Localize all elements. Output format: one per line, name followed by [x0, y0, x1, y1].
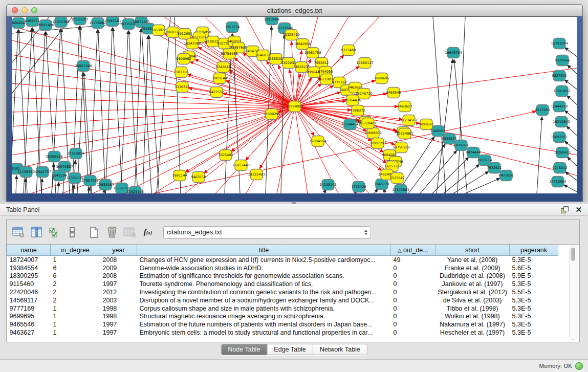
graph-edge[interactable]: [444, 164, 480, 193]
cell-out_degree[interactable]: 0: [391, 280, 435, 288]
table-row[interactable]: 2242004622012Investigating the contribut…: [7, 288, 558, 296]
graph-node[interactable]: 15692951: [551, 132, 568, 143]
cell-pagerank[interactable]: 5.3E-5: [510, 320, 558, 329]
graph-edge[interactable]: [568, 157, 577, 166]
graph-node[interactable]: 16648784: [445, 48, 462, 58]
graph-node[interactable]: 8215953: [535, 105, 550, 116]
memory-ok-indicator[interactable]: [575, 362, 583, 370]
graph-node[interactable]: 10688609: [364, 128, 381, 139]
graph-node[interactable]: 17359924: [67, 148, 84, 159]
graph-node[interactable]: 6322037: [281, 58, 296, 69]
graph-node[interactable]: 18125493: [248, 169, 265, 180]
graph-node[interactable]: 20891406: [37, 20, 54, 31]
cell-short[interactable]: Franke et al. (2009): [435, 264, 510, 272]
graph-node[interactable]: 9890962: [177, 54, 191, 64]
table-row[interactable]: 1872400712008Changes of HCN gene express…: [7, 256, 558, 264]
graph-node[interactable]: 9242848: [216, 62, 231, 73]
graph-node[interactable]: 9463110: [191, 172, 206, 183]
graph-node[interactable]: 15751074: [551, 38, 568, 49]
cell-out_degree[interactable]: 0: [391, 288, 435, 296]
delete-column-trash-button[interactable]: [105, 226, 119, 239]
graph-node[interactable]: 6879197: [454, 140, 469, 151]
graph-node[interactable]: 1733426: [352, 182, 366, 192]
table-row[interactable]: 1938455462009Genome-wide association stu…: [7, 264, 558, 272]
graph-edge[interactable]: [453, 171, 489, 193]
table-row[interactable]: 969969511998Structural magnetic resonanc…: [7, 313, 558, 321]
cell-pagerank[interactable]: 5.5E-5: [510, 288, 558, 296]
graph-node[interactable]: 14569117: [356, 58, 373, 69]
cell-in_degree[interactable]: 1: [51, 313, 100, 321]
graph-node[interactable]: 14135141: [319, 180, 336, 190]
graph-edge[interactable]: [12, 26, 295, 106]
graph-node[interactable]: 9227343: [552, 71, 567, 81]
cell-name[interactable]: 9115460: [7, 280, 51, 288]
new-column-button[interactable]: [88, 226, 101, 239]
graph-node[interactable]: 8912954: [178, 29, 192, 39]
graph-node[interactable]: 18724007: [286, 101, 303, 112]
cell-short[interactable]: Yano et al. (2008): [435, 256, 510, 264]
cell-year[interactable]: 2012: [100, 288, 137, 296]
cell-title[interactable]: Changes of HCN gene expression and I(f) …: [137, 256, 391, 264]
table-row[interactable]: 1830029562008Estimation of significance …: [7, 272, 558, 280]
graph-node[interactable]: 13325419: [282, 30, 299, 40]
column-header-title[interactable]: title: [137, 245, 391, 256]
graph-edge[interactable]: [157, 17, 170, 193]
cell-in_degree[interactable]: 6: [51, 264, 100, 272]
graph-node[interactable]: 17710554: [549, 177, 566, 187]
graph-node[interactable]: 58756985: [221, 49, 237, 59]
cell-name[interactable]: 9465546: [7, 320, 51, 329]
cell-name[interactable]: 9699695: [7, 313, 51, 321]
column-header-in_degree[interactable]: in_degree: [51, 245, 100, 256]
graph-node[interactable]: 7357274: [225, 22, 240, 33]
cell-in_degree[interactable]: 1: [51, 256, 100, 264]
graph-node[interactable]: 2522540: [390, 173, 405, 184]
cell-short[interactable]: Jankovic et al. (1997): [435, 280, 510, 288]
graph-node[interactable]: 11156889: [17, 167, 34, 178]
scrollbar-thumb[interactable]: [571, 248, 575, 261]
graph-node[interactable]: 1545194: [52, 170, 67, 181]
cell-title[interactable]: Corpus callosum shape and size in male p…: [137, 304, 391, 313]
graph-node[interactable]: 10553287: [71, 16, 88, 25]
window-titlebar[interactable]: citations_edges.txt: [7, 5, 582, 16]
graph-node[interactable]: 15184454: [341, 119, 358, 130]
cell-title[interactable]: Disruption of a novel member of a sodium…: [137, 296, 391, 304]
cell-out_degree[interactable]: 0: [391, 296, 435, 304]
graph-node[interactable]: 8427552: [209, 87, 224, 98]
cell-name[interactable]: 19384554: [7, 264, 51, 272]
cell-title[interactable]: Estimation of the future numbers of pati…: [137, 320, 391, 329]
cell-in_degree[interactable]: 2: [51, 296, 100, 304]
row-height-button[interactable]: [66, 226, 79, 239]
graph-node[interactable]: 8471626: [499, 170, 514, 181]
cell-in_degree[interactable]: 6: [51, 272, 100, 280]
cell-short[interactable]: de Silva et al. (2003): [435, 296, 510, 304]
graph-edge[interactable]: [113, 28, 122, 193]
graph-node[interactable]: 20364436: [344, 95, 361, 106]
graph-edge[interactable]: [105, 28, 112, 193]
graph-node[interactable]: 9115460: [341, 45, 356, 56]
table-row[interactable]: 1456911722003Disruption of a novel membe…: [7, 296, 558, 304]
graph-node[interactable]: 18300295: [263, 109, 280, 120]
graph-node[interactable]: 1691144: [172, 170, 187, 181]
graph-node[interactable]: 16543362: [184, 38, 201, 49]
close-window-button[interactable]: [12, 7, 18, 13]
select-columns-button[interactable]: [30, 226, 43, 239]
graph-node[interactable]: 19384554: [309, 136, 326, 147]
graph-node[interactable]: 12444150: [551, 101, 568, 112]
zoom-window-button[interactable]: [31, 7, 37, 13]
graph-node[interactable]: 16911440: [232, 160, 249, 171]
cell-short[interactable]: Hescheler et al. (1997): [435, 329, 510, 337]
graph-edge[interactable]: [149, 35, 159, 193]
graph-node[interactable]: 16961758: [304, 48, 321, 58]
graph-edge[interactable]: [98, 30, 105, 193]
tab-edge-table[interactable]: Edge Table: [267, 344, 312, 355]
graph-edge[interactable]: [16, 176, 16, 193]
graph-edge[interactable]: [135, 29, 141, 193]
graph-node[interactable]: 9845779: [375, 179, 389, 190]
table-options-button[interactable]: [12, 226, 25, 239]
cell-title[interactable]: Structural magnetic resonance image aver…: [137, 313, 391, 321]
graph-node[interactable]: 16210643: [553, 117, 570, 127]
graph-node[interactable]: 9465546: [386, 87, 401, 98]
graph-node[interactable]: 7632621: [487, 163, 502, 173]
column-header-year[interactable]: year: [100, 245, 137, 256]
graph-edge[interactable]: [564, 185, 577, 192]
